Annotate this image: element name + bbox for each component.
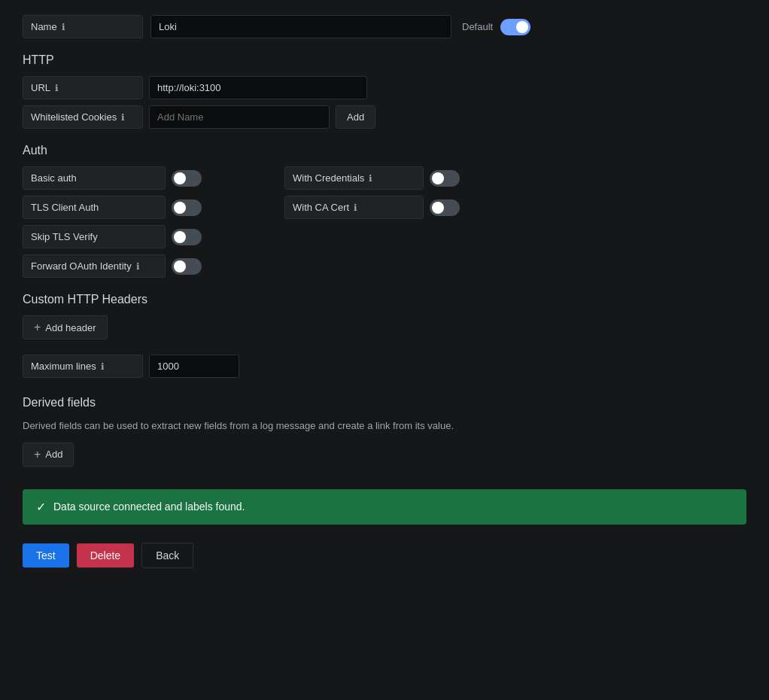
- auth-row-2: TLS Client Auth With CA Cert ℹ: [23, 196, 746, 219]
- url-field-label: URL ℹ: [23, 76, 143, 99]
- with-ca-cert-toggle[interactable]: [430, 199, 460, 216]
- default-toggle-thumb: [516, 21, 528, 33]
- add-header-plus-icon: +: [34, 321, 41, 333]
- success-banner: ✓ Data source connected and labels found…: [23, 489, 746, 525]
- whitelisted-cookies-info-icon[interactable]: ℹ: [121, 112, 125, 123]
- derived-fields-title: Derived fields: [23, 396, 746, 409]
- whitelisted-cookies-text: Whitelisted Cookies: [31, 111, 117, 123]
- basic-auth-label: Basic auth: [23, 166, 166, 190]
- auth-row-4: Forward OAuth Identity ℹ: [23, 254, 746, 278]
- custom-headers-section: Custom HTTP Headers + Add header: [23, 293, 746, 339]
- http-section-title: HTTP: [23, 53, 746, 67]
- name-input[interactable]: [150, 15, 451, 38]
- forward-oauth-toggle-thumb: [174, 260, 186, 272]
- tls-client-auth-group: TLS Client Auth: [23, 196, 278, 219]
- skip-tls-group: Skip TLS Verify: [23, 225, 278, 248]
- default-toggle[interactable]: [500, 19, 530, 35]
- with-credentials-group: With Credentials ℹ: [284, 166, 746, 190]
- basic-auth-toggle[interactable]: [172, 170, 202, 187]
- derived-fields-section: Derived fields Derived fields can be use…: [23, 396, 746, 467]
- with-ca-cert-info-icon[interactable]: ℹ: [354, 202, 357, 213]
- with-ca-cert-group: With CA Cert ℹ: [284, 196, 746, 219]
- url-label-text: URL: [31, 82, 50, 93]
- tls-client-auth-toggle-thumb: [174, 202, 186, 214]
- tls-client-auth-text: TLS Client Auth: [31, 202, 99, 213]
- max-lines-label: Maximum lines ℹ: [23, 355, 143, 378]
- url-input[interactable]: [149, 76, 367, 99]
- add-header-label: Add header: [45, 322, 96, 333]
- auth-section: Auth Basic auth With Credentials ℹ: [23, 144, 746, 278]
- with-ca-cert-toggle-thumb: [432, 202, 444, 214]
- with-ca-cert-text: With CA Cert: [293, 202, 349, 213]
- auth-row-1: Basic auth With Credentials ℹ: [23, 166, 746, 190]
- http-section: HTTP URL ℹ Whitelisted Cookies ℹ Add: [23, 53, 746, 129]
- skip-tls-toggle-thumb: [174, 231, 186, 243]
- with-credentials-toggle[interactable]: [430, 170, 460, 187]
- name-info-icon[interactable]: ℹ: [62, 22, 65, 32]
- skip-tls-label: Skip TLS Verify: [23, 225, 166, 248]
- custom-headers-title: Custom HTTP Headers: [23, 293, 746, 306]
- with-credentials-info-icon[interactable]: ℹ: [369, 173, 372, 184]
- url-row: URL ℹ: [23, 76, 746, 99]
- tls-client-auth-label: TLS Client Auth: [23, 196, 166, 219]
- add-derived-button[interactable]: + Add: [23, 443, 74, 467]
- add-derived-plus-icon: +: [34, 449, 41, 461]
- tls-client-auth-toggle[interactable]: [172, 199, 202, 216]
- forward-oauth-toggle[interactable]: [172, 258, 202, 275]
- max-lines-input[interactable]: [149, 355, 239, 378]
- name-field-label: Name ℹ: [23, 15, 143, 38]
- success-message: Data source connected and labels found.: [53, 501, 245, 513]
- forward-oauth-group: Forward OAuth Identity ℹ: [23, 254, 278, 278]
- skip-tls-text: Skip TLS Verify: [31, 231, 98, 242]
- name-row: Name ℹ Default: [23, 15, 746, 38]
- add-header-button[interactable]: + Add header: [23, 315, 108, 339]
- test-button[interactable]: Test: [23, 543, 69, 568]
- with-credentials-text: With Credentials: [293, 172, 364, 184]
- forward-oauth-text: Forward OAuth Identity: [31, 260, 132, 272]
- back-button[interactable]: Back: [141, 543, 193, 568]
- with-credentials-label: With Credentials ℹ: [284, 166, 424, 190]
- forward-oauth-label: Forward OAuth Identity ℹ: [23, 254, 166, 278]
- basic-auth-toggle-thumb: [174, 172, 186, 184]
- default-label: Default: [462, 21, 493, 32]
- url-info-icon[interactable]: ℹ: [55, 83, 59, 93]
- add-derived-label: Add: [45, 449, 62, 460]
- auth-row-3: Skip TLS Verify: [23, 225, 746, 248]
- delete-button[interactable]: Delete: [77, 543, 134, 568]
- forward-oauth-info-icon[interactable]: ℹ: [136, 261, 140, 272]
- auth-section-title: Auth: [23, 144, 746, 157]
- bottom-actions: Test Delete Back: [23, 543, 746, 568]
- name-label-text: Name: [31, 21, 57, 32]
- basic-auth-text: Basic auth: [31, 172, 77, 184]
- whitelisted-cookies-label: Whitelisted Cookies ℹ: [23, 105, 143, 129]
- add-cookie-button[interactable]: Add: [336, 105, 375, 129]
- whitelisted-cookies-input[interactable]: [149, 105, 330, 129]
- basic-auth-group: Basic auth: [23, 166, 278, 190]
- whitelisted-cookies-row: Whitelisted Cookies ℹ Add: [23, 105, 746, 129]
- derived-fields-description: Derived fields can be used to extract ne…: [23, 418, 746, 434]
- max-lines-row: Maximum lines ℹ: [23, 355, 746, 378]
- max-lines-info-icon[interactable]: ℹ: [101, 361, 105, 372]
- skip-tls-toggle[interactable]: [172, 229, 202, 245]
- max-lines-text: Maximum lines: [31, 361, 96, 372]
- with-credentials-toggle-thumb: [432, 172, 444, 184]
- success-check-icon: ✓: [36, 500, 46, 514]
- with-ca-cert-label: With CA Cert ℹ: [284, 196, 424, 219]
